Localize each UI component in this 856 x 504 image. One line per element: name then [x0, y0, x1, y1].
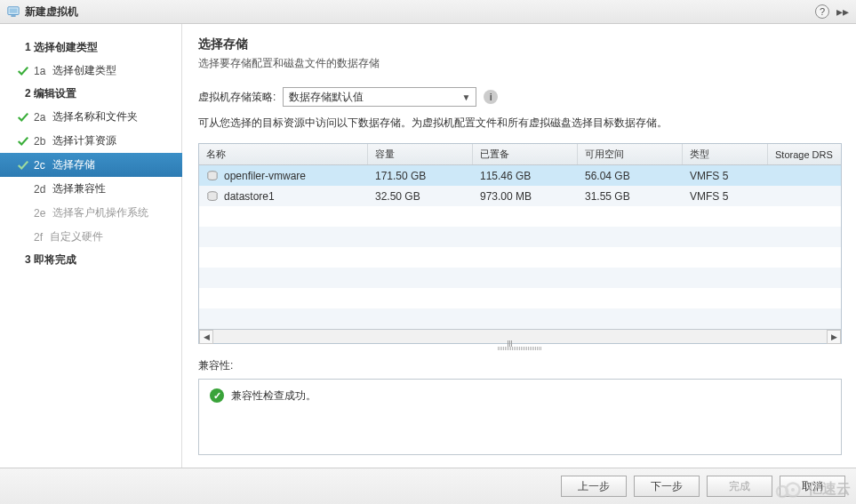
- compat-box: ✓ 兼容性检查成功。: [198, 379, 842, 455]
- cell-provisioned: 973.00 MB: [473, 188, 578, 205]
- group-label: 即将完成: [34, 253, 76, 266]
- th-capacity[interactable]: 容量: [368, 144, 473, 164]
- sidebar-group-1: 1 选择创建类型: [12, 36, 181, 59]
- cell-capacity: 32.50 GB: [368, 188, 473, 205]
- sidebar-item-name-folder[interactable]: 2a选择名称和文件夹: [12, 105, 181, 129]
- datastore-icon: [206, 171, 219, 181]
- table-row[interactable]: datastore1 32.50 GB 973.00 MB 31.55 GB V…: [199, 186, 841, 206]
- svg-rect-1: [11, 15, 15, 16]
- item-num: 2d: [34, 183, 45, 196]
- item-num: 2c: [34, 159, 45, 172]
- wizard-sidebar: 1 选择创建类型 1a选择创建类型 2 编辑设置 2a选择名称和文件夹 2b选择…: [0, 24, 182, 468]
- item-label: 选择计算资源: [52, 133, 116, 148]
- table-row-empty: [199, 227, 841, 247]
- item-label: 选择存储: [52, 157, 95, 172]
- table-body: openfiler-vmware 171.50 GB 115.46 GB 56.…: [199, 165, 841, 329]
- page-subtitle: 选择要存储配置和磁盘文件的数据存储: [198, 56, 842, 71]
- item-label: 选择创建类型: [52, 63, 116, 78]
- item-num: 1a: [34, 65, 45, 77]
- item-label: 选择客户机操作系统: [52, 205, 148, 220]
- cell-drs: [768, 194, 841, 199]
- vm-icon: [7, 5, 20, 18]
- item-num: 2f: [34, 231, 43, 244]
- compat-message: 兼容性检查成功。: [231, 388, 316, 404]
- table-row[interactable]: openfiler-vmware 171.50 GB 115.46 GB 56.…: [199, 165, 841, 186]
- titlebar-right: ? ▸▸: [815, 4, 849, 19]
- table-row-empty: [199, 268, 841, 288]
- cell-type: VMFS 5: [683, 188, 768, 205]
- table-header: 名称 容量 已置备 可用空间 类型 Storage DRS: [199, 144, 841, 165]
- cell-provisioned: 115.46 GB: [473, 167, 578, 185]
- chevron-down-icon: ▼: [461, 92, 470, 102]
- instructions: 可从您选择的目标资源中访问以下数据存储。为虚拟机配置文件和所有虚拟磁盘选择目标数…: [198, 116, 842, 131]
- watermark: 亿速云: [774, 480, 851, 499]
- check-icon: [12, 65, 34, 77]
- datastore-icon: [206, 191, 219, 202]
- table-row-empty: [199, 308, 841, 329]
- item-num: 2a: [34, 111, 45, 124]
- watermark-icon: [774, 481, 804, 499]
- sidebar-group-2: 2 编辑设置: [12, 83, 181, 105]
- th-provisioned[interactable]: 已置备: [473, 144, 578, 164]
- group-num: 2: [25, 87, 31, 100]
- item-label: 选择名称和文件夹: [52, 109, 138, 124]
- svg-point-7: [791, 488, 795, 492]
- sidebar-item-compute[interactable]: 2b选择计算资源: [12, 129, 181, 153]
- back-button[interactable]: 上一步: [561, 476, 627, 497]
- cell-capacity: 171.50 GB: [368, 167, 473, 185]
- cell-drs: [768, 173, 841, 179]
- success-icon: ✓: [210, 388, 224, 403]
- group-label: 选择创建类型: [34, 41, 98, 53]
- table-row-empty: [199, 288, 841, 308]
- cell-free: 31.55 GB: [578, 188, 683, 205]
- titlebar-left: 新建虚拟机: [7, 4, 78, 20]
- policy-label: 虚拟机存储策略:: [198, 90, 276, 105]
- item-num: 2b: [34, 135, 45, 148]
- help-icon[interactable]: ?: [815, 4, 829, 19]
- policy-select[interactable]: 数据存储默认值 ▼: [283, 87, 476, 107]
- page-title: 选择存储: [198, 36, 842, 52]
- compat-label: 兼容性:: [198, 358, 842, 373]
- cell-type: VMFS 5: [683, 167, 768, 185]
- content-pane: 选择存储 选择要存储配置和磁盘文件的数据存储 虚拟机存储策略: 数据存储默认值 …: [182, 24, 856, 468]
- group-label: 编辑设置: [34, 87, 76, 100]
- wizard-footer: 上一步 下一步 完成 取消: [0, 468, 856, 504]
- watermark-text: 亿速云: [808, 480, 851, 499]
- splitter-handle[interactable]: [198, 344, 842, 353]
- sidebar-item-guestos: 2e选择客户机操作系统: [12, 201, 181, 225]
- sidebar-group-3: 3 即将完成: [12, 249, 181, 271]
- check-icon: [12, 135, 34, 148]
- group-num: 1: [25, 41, 31, 53]
- cell-free: 56.04 GB: [578, 167, 683, 185]
- window-title: 新建虚拟机: [25, 4, 78, 20]
- next-button[interactable]: 下一步: [634, 476, 700, 497]
- th-drs[interactable]: Storage DRS: [768, 144, 841, 164]
- info-icon[interactable]: i: [484, 90, 498, 104]
- cell-name: openfiler-vmware: [224, 170, 306, 182]
- titlebar: 新建虚拟机 ? ▸▸: [0, 0, 856, 24]
- policy-row: 虚拟机存储策略: 数据存储默认值 ▼ i: [198, 87, 842, 107]
- sidebar-item-storage[interactable]: 2c选择存储: [0, 153, 182, 177]
- policy-value: 数据存储默认值: [289, 90, 364, 105]
- collapse-icon[interactable]: ▸▸: [836, 4, 849, 19]
- sidebar-item-compat[interactable]: 2d选择兼容性: [12, 177, 181, 201]
- item-label: 自定义硬件: [50, 229, 103, 244]
- item-num: 2e: [34, 207, 45, 220]
- check-icon: [12, 111, 34, 124]
- th-name[interactable]: 名称: [199, 144, 368, 164]
- scroll-left-icon[interactable]: ◀: [199, 330, 213, 344]
- check-icon: [12, 159, 34, 172]
- scroll-right-icon[interactable]: ▶: [827, 330, 841, 344]
- horizontal-scrollbar[interactable]: ◀ ▶: [199, 329, 841, 343]
- datastore-table: 名称 容量 已置备 可用空间 类型 Storage DRS openfiler-…: [198, 143, 842, 344]
- item-label: 选择兼容性: [52, 181, 106, 196]
- table-row-empty: [199, 206, 841, 227]
- main: 1 选择创建类型 1a选择创建类型 2 编辑设置 2a选择名称和文件夹 2b选择…: [0, 24, 856, 468]
- th-type[interactable]: 类型: [683, 144, 768, 164]
- sidebar-item-create-type[interactable]: 1a选择创建类型: [12, 59, 181, 83]
- cell-name: datastore1: [224, 190, 275, 203]
- finish-button: 完成: [707, 476, 772, 497]
- group-num: 3: [25, 253, 31, 266]
- svg-rect-2: [10, 9, 18, 13]
- th-free[interactable]: 可用空间: [578, 144, 683, 164]
